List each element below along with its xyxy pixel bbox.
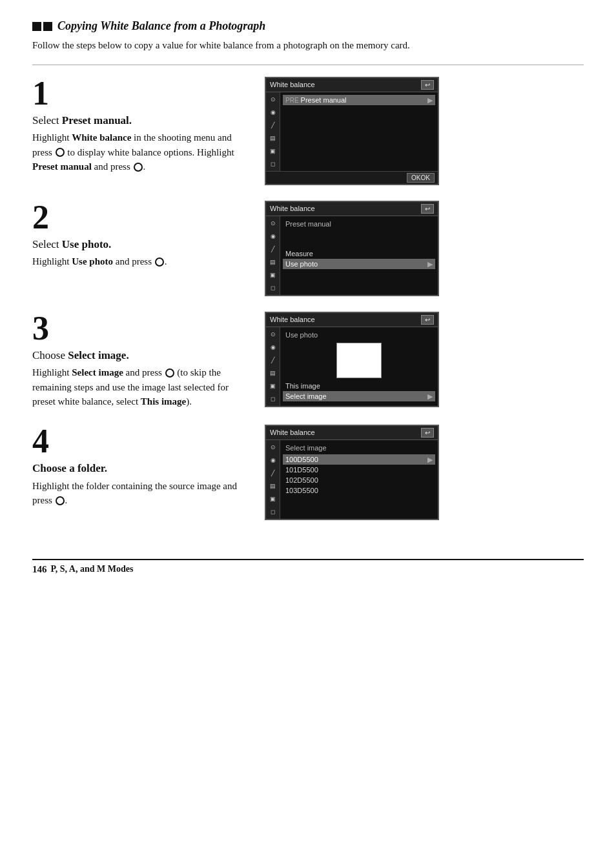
step-left-1: 1Select Preset manual.Highlight White ba…	[32, 77, 252, 174]
section-title: Copying White Balance from a Photograph	[57, 19, 265, 33]
step-number-3: 3	[32, 312, 252, 345]
step-left-4: 4Choose a folder.Highlight the folder co…	[32, 425, 252, 508]
step-left-3: 3Choose Select image.Highlight Select im…	[32, 312, 252, 409]
step-number-1: 1	[32, 77, 252, 110]
thumbnail-box	[336, 343, 382, 378]
step-number-4: 4	[32, 425, 252, 458]
step-screen-1: White balance↩⊙◉╱▤▣◻PRE Preset manual▶OK…	[265, 77, 439, 185]
section-intro: Follow the steps below to copy a value f…	[32, 38, 584, 53]
page-number: 146	[32, 564, 47, 575]
step-left-2: 2Select Use photo.Highlight Use photo an…	[32, 201, 252, 269]
step-body-4: Highlight the folder containing the sour…	[32, 479, 252, 508]
step-body-2: Highlight Use photo and press .	[32, 254, 252, 269]
step-body-3: Highlight Select image and press (to ski…	[32, 365, 252, 409]
header-squares	[32, 22, 52, 31]
step-screen-4: White balance↩⊙◉╱▤▣◻Select image100D5500…	[265, 425, 439, 520]
step-number-2: 2	[32, 201, 252, 234]
step-row-2: 2Select Use photo.Highlight Use photo an…	[32, 201, 584, 296]
page-footer: 146 P, S, A, and M Modes	[32, 559, 584, 575]
step-title-2: Select Use photo.	[32, 237, 252, 252]
step-screen-2: White balance↩⊙◉╱▤▣◻Preset manualMeasure…	[265, 201, 439, 296]
divider	[32, 65, 584, 65]
square-icon-1	[32, 22, 41, 31]
footer-label: P, S, A, and M Modes	[51, 564, 134, 574]
step-screen-3: White balance↩⊙◉╱▤▣◻Use photoThis imageS…	[265, 312, 439, 407]
step-row-3: 3Choose Select image.Highlight Select im…	[32, 312, 584, 409]
step-body-1: Highlight White balance in the shooting …	[32, 130, 252, 174]
step-row-4: 4Choose a folder.Highlight the folder co…	[32, 425, 584, 520]
steps-container: 1Select Preset manual.Highlight White ba…	[32, 77, 584, 520]
section-header: Copying White Balance from a Photograph	[32, 19, 584, 33]
square-icon-2	[43, 22, 52, 31]
step-title-3: Choose Select image.	[32, 348, 252, 363]
step-row-1: 1Select Preset manual.Highlight White ba…	[32, 77, 584, 185]
step-title-4: Choose a folder.	[32, 461, 252, 476]
step-title-1: Select Preset manual.	[32, 113, 252, 128]
